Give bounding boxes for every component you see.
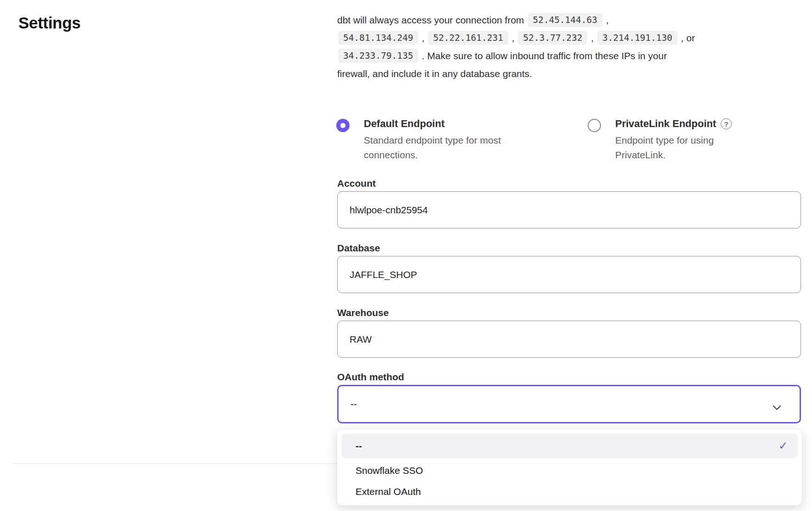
ip-notice-text: , — [603, 15, 609, 26]
page-title: Settings — [18, 14, 81, 32]
radio-unselected-icon[interactable] — [588, 119, 601, 132]
privatelink-endpoint-title: PrivateLink Endpoint — [615, 117, 716, 131]
privatelink-endpoint-description: Endpoint type for using PrivateLink. — [615, 133, 744, 162]
oauth-method-dropdown-menu: --✓Snowflake SSOExternal OAuth — [337, 429, 802, 505]
dropdown-option[interactable]: --✓ — [341, 433, 798, 458]
dropdown-option[interactable]: Snowflake SSO — [341, 460, 798, 481]
dropdown-option-label: External OAuth — [356, 486, 421, 497]
ip-address-chip: 52.3.77.232 — [518, 31, 587, 45]
default-endpoint-title: Default Endpoint — [364, 117, 445, 131]
warehouse-label: Warehouse — [337, 307, 389, 318]
dropdown-option[interactable]: External OAuth — [341, 481, 798, 502]
oauth-method-selected-value: -- — [350, 399, 357, 410]
default-endpoint-description: Standard endpoint type for most connecti… — [364, 133, 520, 162]
oauth-method-select[interactable]: -- — [337, 385, 801, 423]
database-input[interactable] — [337, 256, 801, 293]
account-label: Account — [337, 178, 376, 189]
account-input[interactable] — [337, 191, 801, 228]
ip-notice-line: firewall, and include it in any database… — [337, 65, 803, 83]
ip-address-chip: 54.81.134.249 — [338, 31, 418, 45]
radio-option-privatelink-endpoint[interactable]: PrivateLink Endpoint ? Endpoint type for… — [588, 117, 744, 162]
help-icon[interactable]: ? — [721, 118, 732, 129]
ip-notice-line: dbt will always access your connection f… — [337, 11, 803, 29]
ip-address-chip: 34.233.79.135 — [338, 49, 418, 63]
ip-notice-line: 34.233.79.135 . Make sure to allow inbou… — [337, 47, 803, 65]
dropdown-option-label: Snowflake SSO — [356, 465, 423, 476]
radio-option-default-endpoint[interactable]: Default Endpoint Standard endpoint type … — [336, 117, 520, 162]
ip-notice-text: , or — [679, 33, 695, 44]
dropdown-option-label: -- — [356, 440, 362, 451]
database-label: Database — [337, 243, 380, 254]
ip-notice-text: . Make sure to allow inbound traffic fro… — [419, 50, 667, 61]
check-icon: ✓ — [779, 439, 788, 452]
ip-notice-text: , — [588, 33, 596, 44]
ip-notice-text: , — [419, 33, 428, 44]
oauth-method-label: OAuth method — [337, 372, 404, 383]
chevron-down-icon — [773, 402, 781, 413]
ip-address-chip: 52.22.161.231 — [428, 31, 508, 45]
ip-address-chip: 3.214.191.130 — [597, 31, 678, 45]
warehouse-input[interactable] — [337, 321, 801, 358]
ip-notice-text: dbt will always access your connection f… — [337, 15, 527, 26]
ip-notice-text: firewall, and include it in any database… — [337, 68, 532, 79]
ip-address-chip: 52.45.144.63 — [528, 13, 602, 27]
settings-page: Settings dbt will always access your con… — [0, 0, 812, 511]
ip-allowlist-notice: dbt will always access your connection f… — [337, 11, 803, 83]
radio-selected-icon[interactable] — [336, 119, 350, 132]
ip-notice-text: , — [509, 33, 517, 44]
ip-notice-line: 54.81.134.249 , 52.22.161.231 , 52.3.77.… — [337, 29, 803, 47]
